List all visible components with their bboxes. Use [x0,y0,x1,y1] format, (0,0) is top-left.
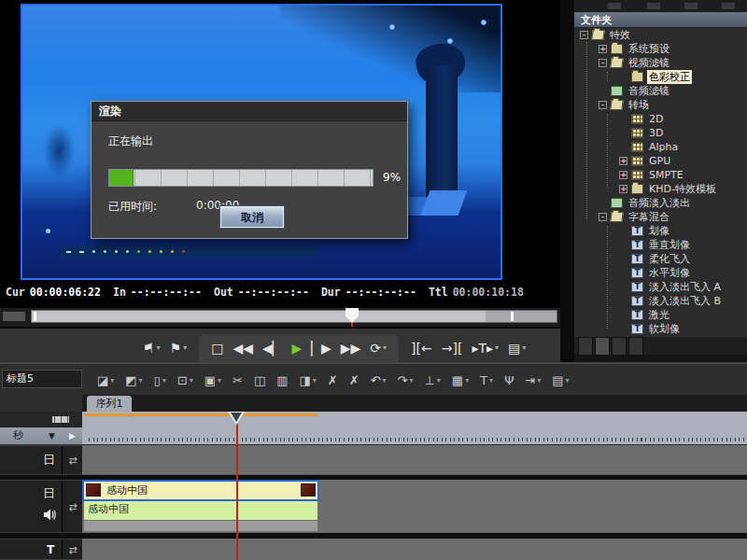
tree-expander-icon[interactable]: - [599,101,607,109]
chevron-down-icon[interactable]: ▾ [383,335,387,361]
panel-tab[interactable] [628,337,643,355]
tree-item[interactable]: 激光 [574,308,747,322]
previous-frame[interactable]: ◀▏ ▾ [258,335,288,361]
fast-forward[interactable]: ▶▶ ▾ [336,335,366,361]
tree-expander-icon[interactable]: - [580,31,588,39]
time-unit-selector[interactable]: 秒 ▼ ▶ [0,427,82,444]
export[interactable]: ⇥ ▾ [519,373,546,387]
voice-over[interactable]: Ψ ▾ [499,373,519,387]
tree-item[interactable]: Alpha [574,140,747,154]
tree-item[interactable]: + GPU [574,154,747,168]
tree-item[interactable]: 音频滤镜 [574,84,747,98]
tree-expander-icon[interactable]: + [599,45,607,53]
audio-clip[interactable]: 感动中国 [84,499,317,520]
goto-in[interactable]: ][← ▾ [406,335,437,361]
sync-lock-icon[interactable]: ⇄ [63,500,82,512]
tree-expander-icon[interactable]: + [619,157,627,165]
video-track-lane[interactable] [82,445,747,475]
set-transition[interactable]: ▦ ▾ [446,373,474,387]
export-to-tape[interactable]: ▤ ▾ [503,335,530,361]
next-frame[interactable]: ▏▶ ▾ [306,335,336,361]
undo[interactable]: ↶ ▾ [365,373,392,387]
chevron-down-icon[interactable]: ▾ [218,376,221,385]
capture[interactable]: ▤ ▾ [546,373,574,387]
tree-expander-icon[interactable]: + [619,185,627,193]
tree-item[interactable]: 划像 [574,224,747,238]
chevron-down-icon[interactable]: ▾ [495,335,499,361]
cut[interactable]: ✂ ▾ [227,373,248,387]
tree-item[interactable]: + KHD-特效模板 [574,182,747,196]
va-track-header[interactable]: 日 ⇄ [0,480,82,533]
cancel-button[interactable]: 取消 [220,206,284,228]
title-tool[interactable]: T ▾ [474,373,499,387]
position-slider[interactable] [31,310,557,323]
tree-item[interactable]: - 字幕混合 [574,210,747,224]
new-sequence[interactable]: ▯ ▾ [148,373,172,387]
chevron-down-icon[interactable]: ▾ [139,376,143,385]
scrubber-mode-box[interactable] [3,312,25,321]
screen-layout[interactable]: ◪ ▾ [92,373,120,387]
chevron-down-icon[interactable]: ▾ [383,376,387,385]
tree-item[interactable]: 3D [574,126,747,140]
chevron-right-icon[interactable]: ▶ [69,427,76,444]
timescale-slider[interactable] [49,415,73,424]
screen-layout-alt[interactable]: ◩ ▾ [120,373,148,387]
chevron-down-icon[interactable]: ▾ [537,376,541,385]
chevron-down-icon[interactable]: ▾ [437,376,441,385]
sequence-tab[interactable]: 序列1 [87,396,132,412]
tree-item[interactable]: 柔化飞入 [574,252,747,266]
tree-item[interactable]: - 特效 [574,28,747,42]
mark-in-flag[interactable]: ⚑ ▾ [138,335,165,361]
tree-item[interactable]: 垂直划像 [574,238,747,252]
paste[interactable]: ▥ ▾ [271,373,293,387]
chevron-down-icon[interactable]: ▾ [489,376,493,385]
play-around-cursor[interactable]: ▸T▸ ▾ [467,335,503,361]
redo[interactable]: ↷ ▾ [392,373,419,387]
panel-tab[interactable] [595,337,610,355]
sync-lock-icon[interactable]: ⇄ [63,543,82,555]
chevron-down-icon[interactable]: ▾ [313,376,317,385]
video-clip[interactable]: 感动中国 [84,482,317,499]
panel-tab[interactable] [578,337,593,355]
import[interactable]: ⊡ ▾ [172,373,199,387]
tree-item[interactable]: + 系统预设 [574,42,747,56]
add-cut-point[interactable]: ⊥ ▾ [419,373,446,387]
save-project[interactable]: ▣ ▾ [199,373,227,387]
play[interactable]: ▶ ▾ [287,335,306,361]
chevron-down-icon[interactable]: ▾ [566,376,570,385]
tree-expander-icon[interactable]: + [619,171,627,179]
tree-item[interactable]: 软划像 [574,322,747,336]
clip-name-field[interactable]: 标题5 [2,370,82,388]
goto-out[interactable]: →][ ▾ [437,335,468,361]
tree-expander-icon[interactable]: - [599,213,607,221]
video-track-header[interactable]: 日 ⇄ [0,445,82,475]
tree-item[interactable]: 2D [574,112,747,126]
chevron-down-icon[interactable]: ▾ [162,376,166,385]
chevron-down-icon[interactable]: ▾ [183,335,187,361]
chevron-down-icon[interactable]: ▾ [157,335,161,361]
chevron-down-icon[interactable]: ▾ [465,376,469,385]
stop[interactable]: □ ▾ [206,335,228,361]
duplicate[interactable]: ◨ ▾ [294,373,322,387]
tree-item[interactable]: 音频淡入淡出 [574,196,747,210]
tree-item[interactable]: + SMPTE [574,168,747,182]
loop-playback[interactable]: ⟳ ▾ [365,335,391,361]
tree-item[interactable]: 色彩校正 [574,70,747,84]
render-dialog-title[interactable]: 渲染 [92,102,407,121]
delete-in-out[interactable]: ✗ ▾ [344,373,365,387]
tree-item[interactable]: 淡入淡出飞入 A [574,280,747,294]
chevron-down-icon[interactable]: ▾ [190,376,193,385]
sync-lock-icon[interactable]: ⇄ [63,455,82,467]
ripple-delete[interactable]: ✗ ▾ [322,373,344,387]
chevron-down-icon[interactable]: ▾ [409,376,413,385]
copy[interactable]: ◫ ▾ [248,373,271,387]
timeline-ruler[interactable] [82,412,747,444]
mark-out-flag[interactable]: ⚑ ▾ [165,335,192,361]
tree-item[interactable]: 淡入淡出飞入 B [574,294,747,308]
title-track-lane[interactable] [82,539,747,560]
chevron-down-icon[interactable]: ▾ [522,335,526,361]
chevron-down-icon[interactable]: ▼ [49,427,55,444]
clip-mixer-bar[interactable] [84,520,317,531]
tree-item[interactable]: 水平划像 [574,266,747,280]
panel-tab[interactable] [612,337,627,355]
